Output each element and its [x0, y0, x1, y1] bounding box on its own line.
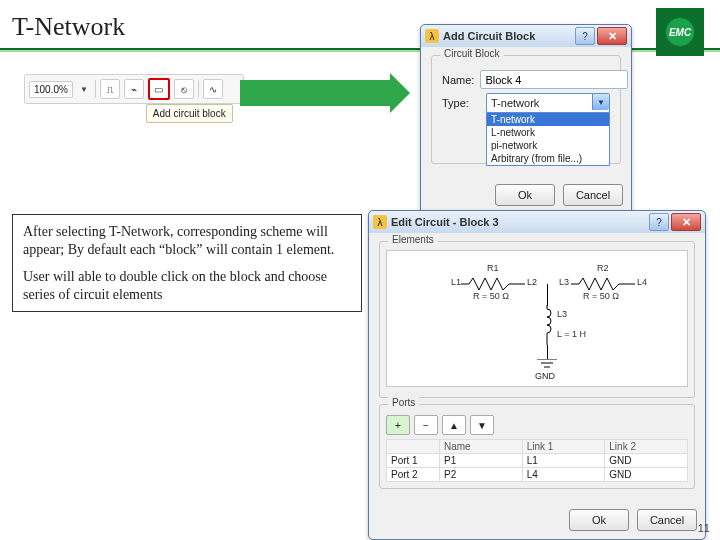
cancel-button[interactable]: Cancel [637, 509, 697, 531]
table-row[interactable]: Port 2 P2 L4 GND [387, 468, 688, 482]
ok-button[interactable]: Ok [495, 184, 555, 206]
emc-logo-text: EMC [661, 13, 699, 51]
type-option[interactable]: pi-network [487, 139, 609, 152]
add-circuit-block-button[interactable]: ▭ Add circuit block [148, 78, 170, 100]
dialog-titlebar[interactable]: λ Add Circuit Block ? ✕ [421, 25, 631, 47]
type-label: Type: [442, 97, 480, 109]
elements-group: Elements R1 L1 L2 R = 50 Ω R2 L3 L4 [379, 241, 695, 398]
close-button[interactable]: ✕ [671, 213, 701, 231]
help-button[interactable]: ? [575, 27, 595, 45]
help-button[interactable]: ? [649, 213, 669, 231]
resistor-icon [571, 277, 635, 291]
zoom-field[interactable]: 100.0% [29, 81, 73, 98]
resistor-icon [461, 277, 525, 291]
dialog-titlebar[interactable]: λ Edit Circuit - Block 3 ? ✕ [369, 211, 705, 233]
add-port-button[interactable]: + [386, 415, 410, 435]
r1-label: R1 [487, 263, 499, 273]
col-name: Name [440, 440, 523, 454]
ports-table[interactable]: Name Link 1 Link 2 Port 1 P1 L1 GND Port… [386, 439, 688, 482]
separator [198, 80, 199, 98]
group-label: Circuit Block [440, 48, 504, 59]
name-label: Name: [442, 74, 474, 86]
toolbar-btn-4[interactable]: ⎋ [174, 79, 194, 99]
group-label: Ports [388, 397, 419, 408]
ok-button[interactable]: Ok [569, 509, 629, 531]
zoom-dropdown-icon[interactable]: ▼ [77, 85, 91, 94]
info-text-box: After selecting T-Network, corresponding… [12, 214, 362, 312]
r2-l1: L3 [559, 277, 569, 287]
info-paragraph-1: After selecting T-Network, corresponding… [23, 223, 351, 258]
separator [95, 80, 96, 98]
app-icon: λ [425, 29, 439, 43]
col-link2: Link 2 [605, 440, 688, 454]
app-icon: λ [373, 215, 387, 229]
page-title: T-Network [12, 12, 125, 42]
info-paragraph-2: User will able to double click on the bl… [23, 268, 351, 303]
r2-value: R = 50 Ω [583, 291, 619, 301]
r1-l2: L2 [527, 277, 537, 287]
name-input[interactable] [480, 70, 628, 89]
emc-logo: EMC [656, 8, 704, 56]
edit-circuit-dialog: λ Edit Circuit - Block 3 ? ✕ Elements R1… [368, 210, 706, 540]
table-row[interactable]: Port 1 P1 L1 GND [387, 454, 688, 468]
wire [547, 345, 548, 359]
r1-l1: L1 [451, 277, 461, 287]
dialog-title: Add Circuit Block [443, 30, 575, 42]
gnd-label: GND [535, 371, 555, 381]
type-option[interactable]: T-network [487, 113, 609, 126]
toolbar-btn-5[interactable]: ∿ [203, 79, 223, 99]
type-option[interactable]: L-network [487, 126, 609, 139]
move-down-button[interactable]: ▼ [470, 415, 494, 435]
cancel-button[interactable]: Cancel [563, 184, 623, 206]
page-number: 11 [698, 522, 710, 534]
ports-group: Ports + − ▲ ▼ Name Link 1 Link 2 Port 1 [379, 404, 695, 489]
arrow-to-dialog [240, 80, 390, 106]
inductor-icon [541, 305, 553, 347]
group-label: Elements [388, 234, 438, 245]
type-selected: T-network [491, 97, 539, 109]
wire [547, 284, 548, 306]
toolbar: 100.0% ▼ ⎍ ⌁ ▭ Add circuit block ⎋ ∿ [24, 74, 244, 104]
type-option[interactable]: Arbitrary (from file...) [487, 152, 609, 165]
schematic-canvas[interactable]: R1 L1 L2 R = 50 Ω R2 L3 L4 R = 50 Ω [386, 250, 688, 387]
type-combobox[interactable]: T-network ▼ T-network L-network pi-netwo… [486, 93, 610, 113]
toolbar-btn-1[interactable]: ⎍ [100, 79, 120, 99]
move-up-button[interactable]: ▲ [442, 415, 466, 435]
delete-port-button[interactable]: − [414, 415, 438, 435]
circuit-block-group: Circuit Block Name: Type: T-network ▼ T-… [431, 55, 621, 164]
toolbar-btn-2[interactable]: ⌁ [124, 79, 144, 99]
r2-label: R2 [597, 263, 609, 273]
add-circuit-block-dialog: λ Add Circuit Block ? ✕ Circuit Block Na… [420, 24, 632, 215]
dialog-title: Edit Circuit - Block 3 [391, 216, 649, 228]
col-link1: Link 1 [522, 440, 605, 454]
ports-toolbar: + − ▲ ▼ [386, 415, 688, 435]
r2-l2: L4 [637, 277, 647, 287]
r1-value: R = 50 Ω [473, 291, 509, 301]
type-dropdown-list[interactable]: T-network L-network pi-network Arbitrary… [486, 112, 610, 166]
l3-label: L3 [557, 309, 567, 319]
table-header-row: Name Link 1 Link 2 [387, 440, 688, 454]
add-block-tooltip: Add circuit block [146, 104, 233, 123]
chevron-down-icon[interactable]: ▼ [592, 94, 609, 110]
close-button[interactable]: ✕ [597, 27, 627, 45]
l3-value: L = 1 H [557, 329, 586, 339]
